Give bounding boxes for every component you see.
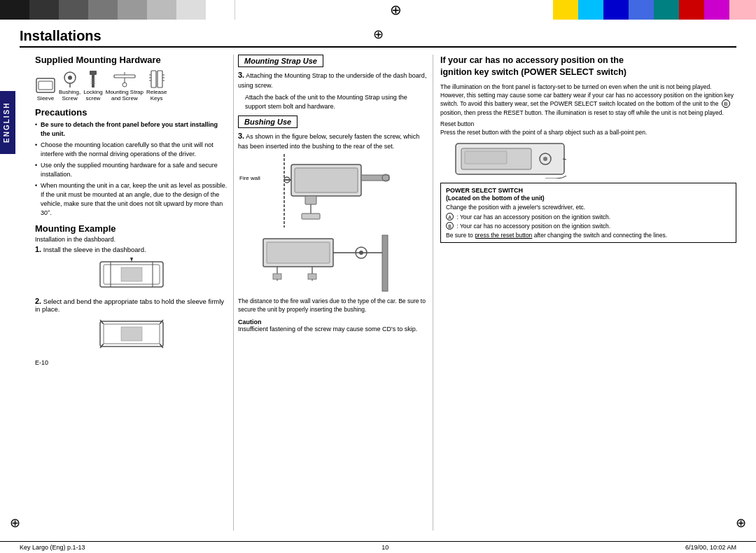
hw-locking: Locking screw: [83, 69, 103, 102]
svg-rect-5: [90, 71, 97, 75]
e-number: E-10: [35, 359, 227, 366]
svg-rect-1: [38, 81, 52, 90]
svg-rect-30: [121, 327, 142, 341]
svg-rect-0: [36, 78, 55, 92]
firewall-label: Fire wall: [239, 175, 260, 181]
svg-point-45: [359, 251, 363, 255]
svg-rect-14: [151, 71, 156, 88]
swatch-pink: [729, 0, 756, 20]
svg-rect-40: [302, 214, 320, 219]
mounting-strap-icon: [113, 69, 136, 89]
hw-release-keys: Release Keys: [146, 69, 167, 102]
ps-option-b: B : Your car has no accessory position o…: [446, 222, 731, 230]
swatch-darkgray: [59, 0, 88, 20]
top-color-bar: ⊕: [0, 0, 756, 20]
footer-center: 10: [382, 544, 388, 551]
step3-mounting: 3. Attaching the Mounting Strap to the u…: [238, 70, 428, 90]
bushing-diagram: Fire wall: [238, 154, 428, 229]
reset-note: Reset button Press the reset button with…: [440, 120, 736, 137]
swatch-blue-mid: [629, 0, 654, 20]
swatch-lightgray1: [147, 0, 176, 20]
step3-bushing: 3. As shown in the figure below, securel…: [238, 131, 428, 151]
svg-rect-34: [361, 175, 389, 181]
precaution-item-1: • Be sure to detach the front panel befo…: [35, 120, 227, 139]
precaution-item-3: • Use only the supplied mounting hardwar…: [35, 161, 227, 179]
swatch-white: [206, 0, 235, 20]
supplied-hw-title: Supplied Mounting Hardware: [35, 55, 227, 65]
distance-text: The distance to the fire wall varies due…: [238, 298, 428, 314]
ps-sub: (Located on the bottom of the unit): [446, 195, 731, 202]
swatch-lightgray2: [176, 0, 206, 20]
ps-option-a: A : Your car has an accessory position o…: [446, 213, 731, 220]
swatch-blue-dark: [603, 0, 629, 20]
mounting-strap-use-label: Mounting Strap Use: [238, 55, 323, 67]
step1-diagram: [97, 256, 167, 293]
step1: 1. Install the sleeve in the dashboard.: [35, 245, 227, 253]
step2-diagram: [97, 316, 167, 352]
svg-rect-38: [305, 196, 316, 204]
bushing-use-label: Bushing Use: [238, 115, 298, 128]
svg-rect-49: [273, 274, 281, 279]
hardware-row: Sleeve Bushing, Screw: [35, 69, 227, 102]
swatch-cyan: [578, 0, 603, 20]
precautions-list: • Be sure to detach the front panel befo…: [35, 120, 227, 218]
svg-rect-26: [121, 267, 142, 281]
middle-column: Mounting Strap Use 3. Attaching the Moun…: [233, 55, 433, 531]
footer-left: Key Largo (Eng) p.1-13: [20, 544, 85, 551]
right-column: If your car has no accessory position on…: [433, 55, 736, 531]
bushing-detail-svg: [256, 232, 410, 295]
mounting-example-title: Mounting Example: [35, 223, 227, 234]
hw-sleeve: Sleeve: [35, 76, 56, 102]
top-crosshair: ⊕: [390, 1, 402, 18]
swatch-magenta: [704, 0, 729, 20]
svg-rect-46: [382, 235, 388, 291]
bushing-icon: [60, 69, 80, 89]
svg-point-3: [68, 76, 72, 80]
svg-marker-27: [130, 258, 133, 262]
step3-mounting-b: Attach the back of the unit to the Mount…: [238, 93, 428, 111]
hw-mounting-strap: Mounting Strap and Screw: [106, 69, 144, 102]
ps-be-sure: Be sure to press the reset button after …: [446, 232, 731, 239]
bushing-diagram-svg: [256, 154, 410, 227]
svg-rect-50: [308, 274, 316, 279]
svg-point-54: [543, 157, 547, 161]
rh-body: The illumination on the front panel is f…: [440, 83, 736, 117]
precaution-item-4: • When mounting the unit in a car, keep …: [35, 181, 227, 218]
swatch-black2: [29, 0, 59, 20]
caution: Caution Insufficient fastening of the sc…: [238, 318, 428, 332]
footer-right: 6/19/00, 10:02 AM: [685, 544, 736, 551]
mounting-example-subtitle: Installation in the dashboard.: [35, 236, 227, 243]
precautions-title: Precautions: [35, 107, 227, 118]
svg-rect-55: [465, 151, 507, 164]
step2: 2. Select and bend the appropriate tabs …: [35, 297, 227, 313]
locking-screw-icon: [85, 69, 101, 89]
bottom-right-crosshair: ⊕: [736, 515, 746, 531]
rh-title: If your car has no accessory position on…: [440, 55, 736, 78]
footer: Key Largo (Eng) p.1-13 10 6/19/00, 10:02…: [0, 541, 756, 553]
swatch-midgray2: [118, 0, 147, 20]
svg-rect-42: [267, 242, 330, 263]
svg-rect-10: [114, 75, 135, 78]
swatch-black1: [0, 0, 29, 20]
swatch-yellow: [553, 0, 578, 20]
reset-btn-diagram: [454, 140, 736, 180]
swatch-midgray1: [88, 0, 118, 20]
precaution-item-2: • Choose the mounting location carefully…: [35, 141, 227, 159]
hw-bushing: Bushing, Screw: [59, 69, 80, 102]
ps-title: POWER SELECT SWITCH: [446, 187, 731, 194]
swatch-teal: [654, 0, 679, 20]
bottom-left-crosshair: ⊕: [10, 515, 20, 531]
english-sidebar: ENGLISH: [0, 91, 15, 154]
reset-device-svg: [454, 140, 566, 178]
bushing-detail-diagram: [238, 232, 428, 296]
release-keys-icon: [149, 69, 164, 89]
svg-rect-15: [158, 71, 162, 88]
svg-rect-33: [295, 168, 358, 192]
step1-illustration: [35, 256, 227, 294]
sleeve-icon: [35, 76, 56, 95]
ps-change-text: Change the position with a jeweler's scr…: [446, 204, 731, 211]
step2-illustration: [35, 316, 227, 354]
left-column: Supplied Mounting Hardware Sleeve: [20, 55, 233, 531]
power-select-box: POWER SELECT SWITCH (Located on the bott…: [440, 183, 736, 243]
swatch-red: [679, 0, 704, 20]
